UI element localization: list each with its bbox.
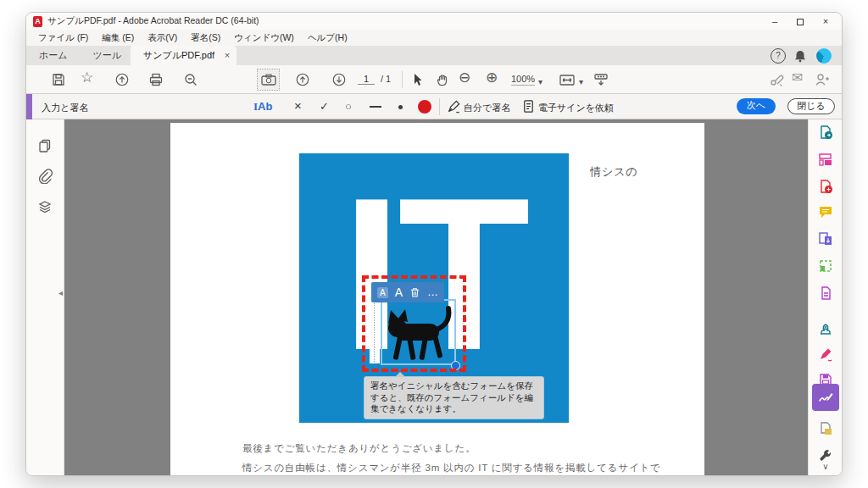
zoom-out-icon[interactable]: ⊖	[459, 70, 470, 86]
search-icon[interactable]	[183, 72, 198, 87]
fit-dropdown-caret-icon[interactable]: ▾	[579, 75, 583, 90]
footer-text-line2: 情シスの自由帳は、情シスマンが半径 3m 以内の IT に関する情報を掲載してる…	[242, 462, 661, 474]
menu-view[interactable]: 表示(V)	[141, 30, 184, 46]
help-icon[interactable]: ?	[771, 48, 786, 64]
tab-close-icon[interactable]: ×	[225, 46, 230, 65]
ab-glyph: Ab	[258, 100, 272, 113]
notifications-bell-icon[interactable]	[793, 48, 808, 64]
comment-icon[interactable]	[818, 204, 833, 219]
menu-sign[interactable]: 署名(S)	[184, 30, 227, 46]
content-area: ◂ 情シスの IT	[26, 119, 842, 475]
account-avatar[interactable]	[816, 48, 832, 64]
cross-annotation-tool[interactable]: ×	[294, 98, 302, 113]
menu-file[interactable]: ファイル (F)	[31, 30, 95, 46]
red-dot-annotation-tool[interactable]	[418, 100, 431, 114]
more-tools-docs-icon[interactable]	[818, 421, 833, 436]
page-thumbnails-icon[interactable]	[37, 138, 53, 153]
sign-self-label[interactable]: 自分で署名	[464, 102, 510, 114]
maximize-icon	[797, 19, 804, 25]
scrolling-mode-icon[interactable]	[593, 72, 609, 87]
request-esign-label[interactable]: 電子サインを依頼	[538, 102, 614, 114]
tab-tools[interactable]: ツール	[81, 46, 135, 65]
fill-sign-active-tool[interactable]	[812, 384, 839, 411]
blue-it-graphic: IT	[299, 153, 569, 423]
main-toolbar: ☆ 1 / 1	[26, 65, 842, 94]
tab-document-label: サンプルPDF.pdf	[143, 50, 214, 60]
circle-annotation-tool[interactable]: ○	[345, 100, 352, 113]
page-number-input[interactable]: 1	[358, 74, 375, 85]
compress-pdf-icon[interactable]	[818, 231, 833, 247]
collapse-panel-icon[interactable]: ◂	[58, 288, 63, 297]
print-icon[interactable]	[148, 72, 164, 87]
menu-edit[interactable]: 編集 (E)	[95, 30, 141, 46]
select-tool-icon[interactable]	[409, 72, 425, 87]
scan-ocr-icon[interactable]	[818, 258, 833, 274]
left-panel-rail: ◂	[26, 119, 64, 475]
next-page-icon[interactable]	[331, 72, 347, 87]
menu-bar: ファイル (F) 編集 (E) 表示(V) 署名(S) ウィンドウ(W) ヘルプ…	[26, 30, 842, 46]
zoom-in-icon[interactable]: ⊕	[486, 70, 498, 86]
zoom-dropdown-caret-icon[interactable]: ▾	[538, 75, 542, 90]
star-favorite-icon[interactable]: ☆	[81, 70, 93, 86]
create-pdf-icon[interactable]	[818, 152, 833, 167]
svg-text:A: A	[823, 325, 827, 331]
attachments-paperclip-icon[interactable]	[37, 169, 53, 184]
export-pdf-icon[interactable]	[818, 125, 833, 140]
form-save-tooltip: 署名やイニシャルを含むフォームを保存すると、既存のフォームフィールドを編集できな…	[364, 376, 544, 419]
add-person-icon[interactable]	[815, 72, 830, 87]
fill-sign-toolbar: 入力と署名 IAb × ✓ ○ 自分で署名 電子サインを依頼 次へ 閉じる	[26, 94, 842, 119]
line-annotation-tool[interactable]	[370, 106, 381, 108]
fill-sign-title: 入力と署名	[42, 102, 88, 114]
previous-page-icon[interactable]	[295, 72, 310, 87]
adobe-reader-app-icon: A	[33, 16, 42, 27]
menu-help[interactable]: ヘルプ(H)	[301, 30, 354, 46]
measure-pen-icon[interactable]	[818, 347, 833, 362]
title-bar: A サンプルPDF.pdf - Adobe Acrobat Reader DC …	[26, 13, 842, 30]
camera-icon	[260, 73, 277, 86]
fill-sign-pen-icon	[817, 389, 834, 406]
minimize-button[interactable]: –	[762, 13, 787, 30]
fill-sign-accent-bar	[26, 94, 32, 119]
organize-pages-icon[interactable]	[818, 179, 833, 194]
document-viewport[interactable]: 情シスの IT	[64, 119, 808, 475]
zoom-level-value[interactable]: 100%	[511, 74, 535, 86]
red-dashed-highlight	[362, 275, 466, 372]
tab-document[interactable]: サンプルPDF.pdf ×	[131, 46, 236, 65]
save-icon[interactable]	[51, 72, 66, 87]
check-annotation-tool[interactable]: ✓	[320, 100, 329, 113]
maximize-button[interactable]	[787, 13, 813, 30]
footer-text-line1: 最後までご覧いただきありがとうございました。	[242, 442, 476, 455]
protect-pdf-icon[interactable]	[818, 286, 833, 301]
fill-sign-separator	[439, 98, 440, 115]
dot-annotation-tool[interactable]	[398, 105, 403, 109]
layers-icon[interactable]	[37, 199, 53, 214]
share-upload-icon[interactable]	[114, 72, 130, 87]
page-count-label: / 1	[381, 74, 391, 84]
close-window-button[interactable]: ×	[813, 13, 838, 30]
right-tools-rail: A ∨	[808, 119, 842, 475]
send-email-icon[interactable]: ✉	[792, 70, 803, 86]
menu-window[interactable]: ウィンドウ(W)	[227, 30, 301, 46]
close-button[interactable]: 閉じる	[787, 98, 835, 114]
next-button[interactable]: 次へ	[737, 98, 776, 114]
fit-width-icon[interactable]	[559, 72, 576, 87]
tab-bar: ホーム ツール サンプルPDF.pdf × ?	[26, 46, 842, 65]
stamp-icon[interactable]: A	[818, 321, 833, 336]
hand-tool-icon[interactable]	[435, 72, 450, 87]
esign-document-icon[interactable]	[521, 99, 537, 114]
toolbar-separator	[402, 71, 403, 88]
add-text-tool[interactable]: IAb	[253, 100, 272, 114]
snapshot-tool-button[interactable]	[257, 69, 280, 91]
window-title: サンプルPDF.pdf - Adobe Acrobat Reader DC (6…	[47, 15, 259, 27]
pdf-page: 情シスの IT	[170, 123, 704, 475]
screenshot: A サンプルPDF.pdf - Adobe Acrobat Reader DC …	[0, 0, 868, 488]
tab-home[interactable]: ホーム	[26, 46, 81, 65]
page-heading-text: 情シスの	[590, 164, 638, 180]
sign-pen-icon[interactable]	[447, 99, 462, 114]
share-link-icon[interactable]	[769, 72, 784, 87]
chevron-down-icon[interactable]: ∨	[818, 462, 833, 476]
acrobat-window: A サンプルPDF.pdf - Adobe Acrobat Reader DC …	[25, 12, 843, 476]
